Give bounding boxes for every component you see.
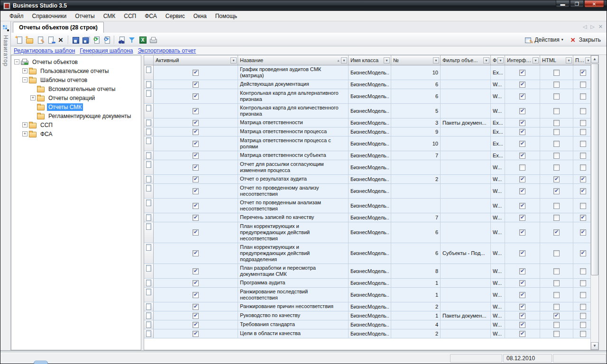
checkbox-checked[interactable]	[519, 141, 525, 147]
checkbox-checked[interactable]	[193, 164, 199, 171]
menu-item-смк[interactable]: СМК	[99, 11, 120, 21]
table-row[interactable]: Матрица ответственностиБизнесМодель...3П…	[144, 118, 590, 127]
delete-button[interactable]	[55, 35, 66, 45]
close-button[interactable]: ✕	[584, 0, 604, 8]
menu-item-справочники[interactable]: Справочники	[28, 11, 71, 21]
checkbox-unchecked[interactable]	[553, 164, 560, 171]
menu-item-фса[interactable]: ФСА	[140, 11, 161, 21]
checkbox-unchecked[interactable]	[553, 141, 560, 147]
checkbox-checked[interactable]	[580, 188, 586, 194]
checkbox-checked[interactable]	[193, 93, 199, 100]
checkbox-checked[interactable]	[193, 322, 199, 328]
checkbox-unchecked[interactable]	[553, 250, 560, 256]
checkbox-checked[interactable]	[519, 292, 525, 298]
table-row[interactable]: Матрица ответственности процесса с ролям…	[144, 136, 590, 151]
expand-icon[interactable]: +	[22, 122, 28, 127]
checkbox-checked[interactable]	[553, 229, 560, 236]
tree-item[interactable]: +ССП	[11, 120, 141, 129]
expand-icon[interactable]: +	[22, 68, 28, 73]
column-header-pa[interactable]: Па...▼	[573, 55, 590, 65]
checkbox-checked[interactable]	[519, 313, 525, 319]
filter-dropdown-icon[interactable]: ▼	[230, 57, 237, 64]
table-row[interactable]: Отчет о результатах аудитаБизнесМодель..…	[144, 175, 590, 184]
tree-item[interactable]: +ФСА	[11, 129, 141, 138]
checkbox-checked[interactable]	[519, 229, 525, 236]
checkbox-checked[interactable]	[519, 70, 525, 76]
checkbox-checked[interactable]	[553, 176, 560, 182]
filter-dropdown-icon[interactable]: ▼	[483, 57, 489, 64]
checkbox-checked[interactable]	[580, 70, 586, 76]
collapse-icon[interactable]: −	[14, 59, 19, 64]
checkbox-checked[interactable]	[193, 292, 199, 298]
checkbox-checked[interactable]	[519, 268, 525, 274]
checkbox-unchecked[interactable]	[553, 292, 560, 298]
checkbox-unchecked[interactable]	[580, 268, 586, 274]
menu-item-помощь[interactable]: Помощь	[211, 11, 241, 21]
checkbox-unchecked[interactable]	[519, 164, 525, 171]
column-header-format[interactable]: Ф▼	[491, 55, 505, 65]
tree-item[interactable]: Отчеты СМК	[11, 102, 141, 111]
checkbox-checked[interactable]	[519, 93, 525, 100]
edit-button[interactable]	[35, 35, 45, 45]
tab-scroll-right-icon[interactable]: ▷	[590, 24, 594, 30]
menu-item-окна[interactable]: Окна	[189, 11, 211, 21]
table-row[interactable]: Программа аудитаБизнесМодель...1W...	[144, 279, 590, 288]
checkbox-checked[interactable]	[519, 108, 525, 114]
restore-button[interactable]: ❐	[570, 0, 584, 8]
checkbox-unchecked[interactable]	[580, 129, 586, 135]
tab-close-icon[interactable]: ✕	[598, 24, 603, 30]
column-header-klass[interactable]: Имя класса▼	[349, 55, 391, 65]
checkbox-checked[interactable]	[193, 331, 199, 337]
table-row[interactable]: Отчет для рассылки согласующим изменения…	[144, 160, 590, 175]
column-header-active[interactable]: Активный▼	[154, 55, 238, 65]
column-header-objfilter[interactable]: Фильтр объе...▼	[441, 55, 491, 65]
checkbox-checked[interactable]	[193, 268, 199, 274]
filter-dropdown-icon[interactable]: ▼	[497, 57, 504, 64]
checkbox-checked[interactable]	[193, 229, 199, 236]
checkbox-checked[interactable]	[519, 120, 525, 126]
checkbox-unchecked[interactable]	[580, 313, 586, 319]
checkbox-unchecked[interactable]	[553, 93, 560, 100]
filter-dropdown-icon[interactable]: ▼	[433, 57, 439, 64]
link-2[interactable]: Экспортировать отчет	[138, 47, 196, 54]
checkbox-checked[interactable]	[519, 280, 525, 286]
filter-button[interactable]	[127, 35, 137, 45]
checkbox-unchecked[interactable]	[553, 120, 560, 126]
checkbox-unchecked[interactable]	[553, 304, 560, 310]
vertical-scrollbar[interactable]: ▲ ▼	[590, 55, 598, 350]
checkbox-checked[interactable]	[193, 153, 199, 159]
checkbox-checked[interactable]	[193, 108, 199, 114]
table-row[interactable]: Матрица ответственности процессаБизнесМо…	[144, 127, 590, 136]
checkbox-unchecked[interactable]	[553, 108, 560, 114]
checkbox-checked[interactable]	[553, 188, 560, 194]
refresh-button[interactable]	[91, 35, 101, 45]
checkbox-checked[interactable]	[193, 304, 199, 310]
checkbox-unchecked[interactable]	[580, 153, 586, 159]
actions-button[interactable]: Действия ▾	[522, 35, 566, 45]
menu-item-отчеты[interactable]: Отчеты	[71, 11, 99, 21]
checkbox-checked[interactable]	[580, 176, 586, 182]
save-button[interactable]	[70, 35, 81, 45]
menu-item-файл[interactable]: Файл	[5, 11, 28, 21]
checkbox-checked[interactable]	[193, 141, 199, 147]
tree-item[interactable]: +Пользовательские отчеты	[11, 66, 141, 75]
checkbox-checked[interactable]	[193, 313, 199, 319]
checkbox-checked[interactable]	[519, 82, 525, 88]
find-button[interactable]	[116, 35, 127, 45]
filter-dropdown-icon[interactable]: ▼	[533, 57, 539, 64]
filter-dropdown-icon[interactable]: ▼	[566, 57, 572, 64]
checkbox-unchecked[interactable]	[580, 322, 586, 328]
filter-dropdown-icon[interactable]: ▼	[341, 57, 347, 64]
checkbox-checked[interactable]	[519, 176, 525, 182]
checkbox-unchecked[interactable]	[553, 331, 560, 337]
table-row[interactable]: Действующая документацияБизнесМодель...6…	[144, 80, 590, 89]
checkbox-unchecked[interactable]	[553, 153, 560, 159]
table-row[interactable]: План корректирующих и предупреждающих де…	[144, 222, 590, 243]
checkbox-checked[interactable]	[193, 129, 199, 135]
checkbox-checked[interactable]	[519, 153, 525, 159]
checkbox-checked[interactable]	[519, 188, 525, 194]
checkbox-checked[interactable]	[519, 304, 525, 310]
close-view-button[interactable]: Закрыть	[566, 35, 604, 45]
tree-item[interactable]: −Шаблоны отчетов	[11, 75, 141, 84]
tree-item[interactable]: Вспомогательные отчеты	[11, 84, 141, 93]
